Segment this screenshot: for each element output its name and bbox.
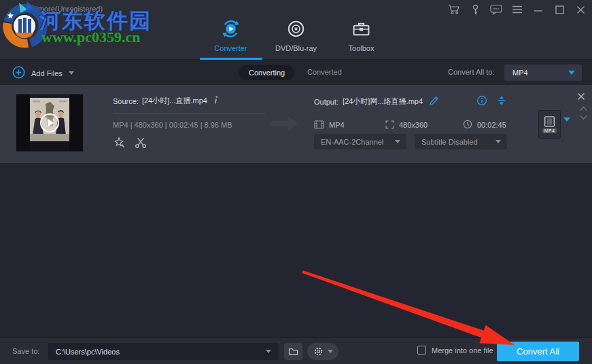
- settings-caret-icon: [328, 350, 333, 353]
- add-files-button[interactable]: Add Files: [12, 66, 74, 80]
- gear-icon: [313, 346, 324, 357]
- edit-effects-button[interactable]: [114, 136, 126, 150]
- source-meta: MP4 | 480x360 | 00:02:45 | 8.96 MB: [113, 121, 232, 129]
- toolbar: Add Files Converting Converted Convert A…: [0, 60, 592, 85]
- maximize-button[interactable]: [553, 3, 565, 16]
- audio-track-value: EN-AAC-2Channel: [321, 138, 383, 146]
- output-format-value: MP4: [329, 121, 345, 129]
- item-format-caret-icon[interactable]: [563, 122, 570, 130]
- output-duration-value: 00:02:45: [477, 121, 506, 129]
- menu-icon[interactable]: [511, 3, 523, 16]
- global-format-dropdown[interactable]: MP4: [504, 65, 582, 81]
- converter-icon: [222, 20, 240, 39]
- global-format-value: MP4: [512, 69, 528, 77]
- tab-dvd-bluray[interactable]: DVD/Blu-ray: [265, 19, 328, 60]
- video-thumbnail[interactable]: [16, 94, 83, 151]
- scroll-up-icon[interactable]: [580, 105, 587, 113]
- tab-toolbox[interactable]: Toolbox: [330, 19, 393, 60]
- header: Vidmore(Unregistered): [0, 0, 592, 60]
- source-info: Source: [24小时]...直播.mp4: [113, 96, 218, 106]
- register-key-icon[interactable]: [469, 3, 481, 16]
- save-path-value: C:\Users\pc\Videos: [56, 348, 120, 356]
- open-folder-button[interactable]: [284, 343, 302, 360]
- tab-dvd-label: DVD/Blu-ray: [275, 44, 317, 52]
- output-info: Output: [24小时]网...络直播.mp4: [314, 96, 439, 107]
- titlebar-controls: [448, 0, 587, 19]
- merge-label: Merge into one file: [432, 346, 493, 354]
- film-icon: [314, 120, 324, 130]
- scroll-down-icon[interactable]: [580, 113, 587, 122]
- window-title: Vidmore(Unregistered): [27, 5, 103, 13]
- disc-icon: [287, 20, 305, 39]
- clip-tools: [114, 136, 147, 150]
- merge-option[interactable]: Merge into one file: [417, 346, 493, 354]
- save-to-label: Save to:: [12, 347, 39, 355]
- tab-toolbox-label: Toolbox: [349, 44, 375, 52]
- cart-icon[interactable]: [448, 3, 460, 16]
- folder-icon: [288, 347, 298, 356]
- merge-checkbox[interactable]: [417, 346, 426, 354]
- save-path-dropdown[interactable]: C:\Users\pc\Videos: [48, 343, 279, 360]
- global-format-caret-icon: [568, 71, 575, 75]
- bottom-bar: Save to: C:\Users\pc\Videos Merge into o…: [0, 338, 592, 364]
- output-resolution-value: 480x360: [399, 121, 428, 129]
- remove-item-icon[interactable]: [577, 92, 585, 102]
- add-plus-icon: [12, 66, 25, 80]
- subtitle-dropdown[interactable]: Subtitle Disabled: [415, 134, 507, 149]
- clock-icon: [463, 120, 472, 130]
- format-badge: MP4: [542, 128, 557, 133]
- output-resolution-item: 480x360: [385, 120, 463, 130]
- output-details: MP4 480x360 00:02:45: [314, 120, 506, 130]
- toolbox-icon: [352, 20, 370, 39]
- feedback-icon[interactable]: [490, 3, 502, 16]
- output-label: Output:: [314, 98, 338, 106]
- convert-all-button[interactable]: Convert All: [497, 342, 579, 361]
- tab-converter-label: Converter: [214, 44, 247, 52]
- source-filename: [24小时]...直播.mp4: [142, 96, 207, 106]
- output-info-circle-icon[interactable]: [476, 95, 487, 107]
- item-format-button[interactable]: MP4: [538, 110, 561, 139]
- app-window: Vidmore(Unregistered): [0, 0, 592, 364]
- close-button[interactable]: [574, 3, 587, 16]
- file-row: Source: [24小时]...直播.mp4 MP4 | 480x360 | …: [0, 85, 592, 163]
- rename-pencil-icon[interactable]: [429, 96, 439, 107]
- output-filename: [24小时]网...络直播.mp4: [343, 96, 423, 107]
- format-film-icon: [543, 116, 556, 128]
- tab-converter[interactable]: Converter: [200, 19, 262, 60]
- output-actions: [476, 95, 507, 107]
- audio-track-dropdown[interactable]: EN-AAC-2Channel: [314, 134, 406, 149]
- source-label: Source:: [113, 97, 139, 105]
- main-tabs: Converter DVD/Blu-ray Toolbox: [0, 19, 592, 60]
- output-duration-item: 00:02:45: [463, 120, 506, 130]
- source-info-icon[interactable]: [213, 96, 218, 106]
- converting-tab[interactable]: Converting: [239, 65, 294, 80]
- source-divider: [113, 113, 265, 114]
- cut-scissors-button[interactable]: [135, 136, 147, 150]
- add-files-label: Add Files: [31, 69, 63, 77]
- play-overlay[interactable]: [16, 94, 83, 151]
- output-format-item: MP4: [314, 120, 385, 130]
- add-files-caret-icon: [69, 71, 74, 75]
- play-icon: [40, 113, 59, 132]
- convert-all-to-label: Convert All to:: [448, 68, 494, 76]
- subtitle-caret-icon: [495, 140, 501, 143]
- resolution-expand-icon: [385, 120, 394, 130]
- save-path-caret-icon: [266, 350, 271, 353]
- minimize-button[interactable]: [532, 3, 544, 16]
- settings-button[interactable]: [307, 343, 338, 360]
- convert-direction-arrow-icon: [269, 113, 300, 135]
- audio-caret-icon: [395, 140, 400, 143]
- converted-tab[interactable]: Converted: [307, 68, 342, 76]
- compare-split-icon[interactable]: [496, 95, 507, 107]
- subtitle-value: Subtitle Disabled: [421, 138, 478, 146]
